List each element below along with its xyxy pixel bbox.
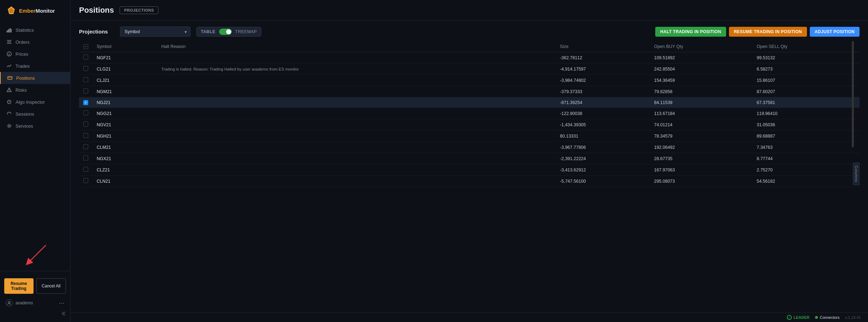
row-checkbox[interactable] bbox=[83, 133, 88, 138]
columns-tab[interactable]: Columns bbox=[853, 163, 860, 185]
checkbox-cell bbox=[79, 153, 92, 164]
sidebar-prices-label: Prices bbox=[16, 51, 28, 57]
symbol-cell: CLG21 bbox=[92, 63, 157, 75]
row-checkbox[interactable] bbox=[83, 167, 88, 172]
resume-trading-position-button[interactable]: RESUME TRADING IN POSITION bbox=[729, 27, 807, 37]
user-icon bbox=[6, 299, 13, 306]
size-header[interactable]: Size bbox=[556, 41, 650, 52]
size-cell: -1,434.39305 bbox=[556, 119, 650, 130]
halt-reason-cell bbox=[157, 153, 556, 164]
sidebar-algo-label: Algo Inspector bbox=[16, 99, 45, 105]
resume-trading-button[interactable]: Resume Trading bbox=[4, 278, 34, 294]
leader-circle-icon: ✓ bbox=[787, 315, 792, 320]
halt-trading-button[interactable]: HALT TRADING IN POSITION bbox=[655, 27, 726, 37]
sidebar-item-trades[interactable]: Trades bbox=[0, 60, 70, 72]
select-all-checkbox[interactable] bbox=[83, 44, 88, 49]
sidebar-item-algo-inspector[interactable]: Algo Inspector bbox=[0, 96, 70, 108]
leader-badge: ✓ LEADER bbox=[787, 315, 809, 320]
checkbox-cell bbox=[79, 164, 92, 176]
scrollbar-thumb[interactable] bbox=[852, 41, 854, 147]
row-checkbox[interactable] bbox=[83, 77, 88, 82]
halt-reason-cell bbox=[157, 75, 556, 86]
symbol-cell: CLZ21 bbox=[92, 164, 157, 176]
services-icon bbox=[6, 123, 12, 129]
symbol-header[interactable]: Symbol bbox=[92, 41, 157, 52]
sidebar-item-services[interactable]: Services bbox=[0, 120, 70, 132]
collapse-icon bbox=[60, 311, 66, 316]
svg-rect-2 bbox=[7, 30, 8, 32]
svg-rect-3 bbox=[8, 29, 9, 32]
open-sell-qty-cell: 15.86107 bbox=[752, 75, 860, 86]
row-checkbox[interactable] bbox=[83, 89, 88, 93]
username-label: axademo bbox=[16, 300, 33, 305]
open-sell-qty-header[interactable]: Open SELL Qty bbox=[752, 41, 860, 52]
row-checkbox[interactable] bbox=[83, 66, 88, 71]
app-name-suffix: Monitor bbox=[36, 8, 55, 14]
user-info: axademo bbox=[6, 299, 33, 306]
sidebar-item-prices[interactable]: $ Prices bbox=[0, 48, 70, 60]
table-header: Symbol Halt Reason Size Open BUY Qty Ope… bbox=[79, 41, 860, 52]
position-icon bbox=[7, 75, 13, 81]
row-checkbox[interactable] bbox=[83, 178, 88, 183]
open-buy-qty-header[interactable]: Open BUY Qty bbox=[650, 41, 753, 52]
row-checkbox[interactable] bbox=[83, 55, 88, 60]
sidebar: EmberMonitor Statistics Orders $ Prices bbox=[0, 0, 71, 322]
select-all-header bbox=[79, 41, 92, 52]
halt-reason-header[interactable]: Halt Reason bbox=[157, 41, 556, 52]
collapse-sidebar-button[interactable] bbox=[0, 309, 70, 318]
row-checkbox[interactable] bbox=[83, 156, 88, 160]
size-cell: -2,391.22224 bbox=[556, 153, 650, 164]
cancel-all-button[interactable]: Cancel All bbox=[36, 278, 66, 294]
size-cell: -4,914.17597 bbox=[556, 63, 650, 75]
symbol-select[interactable]: Symbol Account Strategy bbox=[120, 26, 191, 37]
size-cell: -362.78112 bbox=[556, 52, 650, 63]
svg-text:$: $ bbox=[8, 53, 10, 56]
table-treemap-toggle[interactable] bbox=[219, 29, 232, 35]
user-area: axademo ⋯ bbox=[0, 297, 70, 309]
table-view-label: TABLE bbox=[201, 29, 216, 34]
row-checkbox[interactable] bbox=[83, 144, 88, 149]
checkbox-cell bbox=[79, 75, 92, 86]
table-row: NGJ21 -871.39254 84.11539 67.37581 bbox=[79, 97, 860, 108]
status-bar: ✓ LEADER Connectors v.1.14.41 bbox=[71, 312, 868, 322]
row-checkbox[interactable] bbox=[83, 100, 88, 105]
sidebar-item-statistics[interactable]: Statistics bbox=[0, 24, 70, 36]
treemap-view-label: TREEMAP bbox=[235, 29, 257, 34]
svg-point-17 bbox=[9, 102, 10, 103]
row-checkbox[interactable] bbox=[83, 122, 88, 127]
sidebar-item-orders[interactable]: Orders bbox=[0, 36, 70, 48]
user-menu-button[interactable]: ⋯ bbox=[59, 300, 65, 306]
projections-section-label: Projections bbox=[79, 29, 114, 35]
sidebar-item-sessions[interactable]: Sessions bbox=[0, 108, 70, 120]
table-row: NGM21 -379.37333 79.82858 87.60207 bbox=[79, 86, 860, 97]
symbol-cell: NGJ21 bbox=[92, 97, 157, 108]
svg-point-20 bbox=[8, 302, 10, 303]
sidebar-sessions-label: Sessions bbox=[16, 111, 34, 117]
open-buy-qty-cell: 84.11539 bbox=[650, 97, 753, 108]
symbol-cell: NGX21 bbox=[92, 153, 157, 164]
sidebar-positions-label: Positions bbox=[16, 75, 35, 81]
sidebar-item-positions[interactable]: Positions bbox=[0, 72, 70, 84]
view-toggle-group: TABLE TREEMAP bbox=[196, 27, 261, 37]
checkbox-cell bbox=[79, 52, 92, 63]
open-buy-qty-cell: 78.34579 bbox=[650, 130, 753, 142]
algo-icon bbox=[6, 99, 12, 105]
open-sell-qty-cell: 119.96410 bbox=[752, 108, 860, 119]
table-wrapper: Columns Symbol Halt Reason Size Open BUY… bbox=[79, 41, 860, 307]
connector-status-dot bbox=[815, 316, 818, 319]
svg-point-14 bbox=[9, 91, 10, 91]
svg-rect-4 bbox=[10, 28, 11, 32]
size-cell: -3,967.77806 bbox=[556, 142, 650, 153]
risk-icon bbox=[6, 87, 12, 93]
table-row: NGF21 -362.78112 109.51892 99.53132 bbox=[79, 52, 860, 63]
open-buy-qty-cell: 74.01214 bbox=[650, 119, 753, 130]
row-checkbox[interactable] bbox=[83, 110, 88, 115]
open-buy-qty-cell: 154.36459 bbox=[650, 75, 753, 86]
adjust-position-button[interactable]: ADJUST POSITION bbox=[810, 27, 860, 37]
action-buttons: HALT TRADING IN POSITION RESUME TRADING … bbox=[655, 27, 860, 37]
projections-tab-button[interactable]: PROJECTIONS bbox=[120, 6, 158, 14]
table-row: CLM21 -3,967.77806 192.06492 7.34763 bbox=[79, 142, 860, 153]
open-buy-qty-cell: 109.51892 bbox=[650, 52, 753, 63]
halt-reason-cell bbox=[157, 142, 556, 153]
sidebar-item-risks[interactable]: Risks bbox=[0, 84, 70, 96]
